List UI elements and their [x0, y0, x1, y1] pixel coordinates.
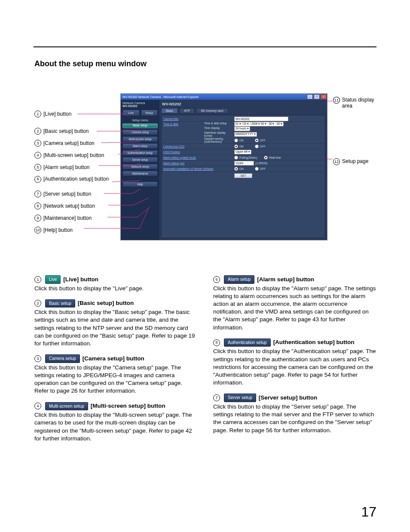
window-buttons: _ □ × — [306, 94, 327, 100]
tabs: Basic NTP SD memory card — [161, 108, 325, 114]
sidebar-item-basic[interactable]: Basic setup — [122, 123, 158, 128]
sidebar-item-network[interactable]: Network setup — [122, 164, 158, 169]
sidebar-item-camera[interactable]: Camera setup — [122, 129, 158, 135]
camera-title-input[interactable]: WV-NS202 — [234, 117, 288, 121]
callout-label: [Basic setup] button — [43, 128, 89, 134]
item-title: [Live] button — [63, 276, 98, 283]
item-body: Click this button to display the "Alarm … — [213, 285, 376, 332]
led-off-radio[interactable] — [255, 145, 259, 148]
section-heading: About the setup menu window — [34, 59, 147, 68]
callouts-left: 1[Live] button 2[Basic setup] button 3[C… — [34, 111, 125, 234]
circled-12: 12 — [333, 158, 340, 165]
circled-2: 2 — [34, 300, 41, 307]
circled-3: 3 — [34, 355, 41, 362]
date-selects[interactable]: 01 ▾ / 01 ▾ / 2006 ▾ 00 ▾ : 00 ▾ : 00 ▾ — [234, 122, 284, 126]
set-button[interactable]: SET — [234, 173, 252, 178]
close-icon[interactable]: × — [321, 94, 327, 99]
callout-label: [Multi-screen setup] button — [43, 152, 104, 158]
circled-10: 10 — [34, 227, 41, 234]
callout-label: [Live] button — [43, 111, 71, 117]
item-body: Click this button to display the "Live" … — [34, 285, 198, 292]
callout-label: [Maintenance] button — [43, 215, 92, 221]
item-body: Click this button to display the "Camera… — [34, 364, 198, 395]
col-left: 1Live [Live] button Click this button to… — [34, 275, 198, 449]
auto-off-radio[interactable] — [255, 167, 259, 171]
circled-5: 5 — [213, 276, 220, 283]
pill-alarm: Alarm setup — [224, 275, 254, 284]
item-body: Click this button to display the "Authen… — [213, 347, 376, 387]
row-time-date: Time & date — [162, 122, 204, 143]
circled-6: 6 — [34, 176, 41, 183]
pill-multi: Multi-screen setup — [45, 402, 88, 411]
sidebar: Network CameraWV-NS202 Live Setup Setup … — [121, 100, 159, 240]
row-link-led: Link/Access LED — [162, 145, 204, 148]
item-title: [Basic setup] button — [78, 299, 134, 307]
circled-3: 3 — [34, 140, 41, 147]
dst-on-radio[interactable] — [234, 138, 238, 142]
circled-8: 8 — [34, 203, 41, 209]
settings-panel: Camera titleWV-NS202 Time & date Time & … — [161, 115, 325, 238]
descriptions: 1Live [Live] button Click this button to… — [34, 275, 376, 449]
page-number: 17 — [361, 504, 376, 520]
dst-off-radio[interactable] — [255, 138, 259, 142]
sidebar-item-alarm[interactable]: Alarm setup — [122, 143, 158, 149]
time-display-select[interactable]: 24 hours ▾ — [234, 126, 250, 131]
callouts-right: 11Status display area 12Setup page — [333, 97, 376, 165]
auto-on-radio[interactable] — [234, 167, 238, 171]
sidebar-item-help[interactable]: Help — [122, 181, 158, 187]
maximize-icon[interactable]: □ — [314, 94, 320, 99]
page-title: WV-NS202 — [162, 102, 325, 106]
item-title: [Server setup] button — [259, 394, 318, 402]
top-rule — [34, 46, 376, 47]
osd-select[interactable]: Upper left ▾ — [234, 150, 251, 154]
tab-basic[interactable]: Basic — [161, 108, 178, 114]
setup-button[interactable]: Setup — [141, 110, 158, 116]
polling-radio[interactable] — [234, 156, 238, 160]
live-button[interactable]: Live — [122, 110, 140, 116]
minimize-icon[interactable]: _ — [307, 94, 313, 99]
pill-auth: Authentication setup — [224, 338, 271, 347]
sidebar-item-multi[interactable]: Multi-screen setup — [122, 136, 158, 142]
tab-sd[interactable]: SD memory card — [196, 108, 228, 114]
circled-5: 5 — [34, 164, 41, 171]
item-body: Click this button to display the "Basic … — [34, 308, 198, 347]
page: About the setup menu window 1[Live] butt… — [0, 0, 410, 532]
circled-11: 11 — [333, 97, 340, 104]
sidebar-item-maintenance[interactable]: Maintenance — [122, 171, 158, 176]
circled-7: 7 — [213, 394, 220, 401]
item-title: [Authentication setup] button — [273, 338, 355, 346]
callout-label: [Authentication setup] button — [43, 176, 109, 182]
window-title: WV-NS202 Network Camera - Microsoft Inte… — [122, 95, 199, 98]
pill-basic: Basic setup — [45, 299, 75, 308]
tab-ntp[interactable]: NTP — [179, 108, 195, 114]
circled-4: 4 — [34, 403, 41, 409]
pill-live: Live — [45, 275, 61, 284]
sidebar-item-auth[interactable]: Authentication setup — [122, 150, 158, 156]
row-auto-install: Automatic installation of Viewer softwar… — [162, 167, 234, 170]
callout-label: [Help] button — [43, 227, 73, 233]
callout-label: [Alarm setup] button — [43, 164, 89, 170]
item-body: Click this button to display the "Multi-… — [34, 411, 198, 443]
row-alarm-port: Alarm status port — [162, 162, 204, 165]
realtime-radio[interactable] — [264, 156, 268, 160]
callout-label: Status display area — [342, 97, 376, 109]
row-camera-title: Camera title — [162, 117, 204, 120]
callout-label: Setup page — [342, 158, 368, 164]
sidebar-item-server[interactable]: Server setup — [122, 157, 158, 163]
col-right: 5Alarm setup [Alarm setup] button Click … — [213, 275, 376, 449]
led-on-radio[interactable] — [234, 145, 238, 148]
circled-6: 6 — [213, 339, 220, 346]
row-osd: OSD Position — [162, 151, 204, 154]
callout-label: [Server setup] button — [43, 191, 91, 197]
row-alarm-mode: Alarm status update mode — [162, 156, 204, 159]
item-title: [Multi-screen setup] button — [91, 402, 165, 410]
item-title: [Alarm setup] button — [257, 276, 314, 283]
ie-window: WV-NS202 Network Camera - Microsoft Inte… — [120, 93, 327, 240]
circled-2: 2 — [34, 128, 41, 135]
pill-camera: Camera setup — [45, 354, 80, 363]
date-format-select[interactable]: MM/DD/YYYY ▾ — [234, 132, 257, 137]
sidebar-model: Network CameraWV-NS202 — [122, 101, 158, 108]
circled-1: 1 — [34, 111, 41, 117]
pill-server: Server setup — [224, 394, 256, 402]
alarm-port-input[interactable]: 31004 — [234, 161, 254, 166]
